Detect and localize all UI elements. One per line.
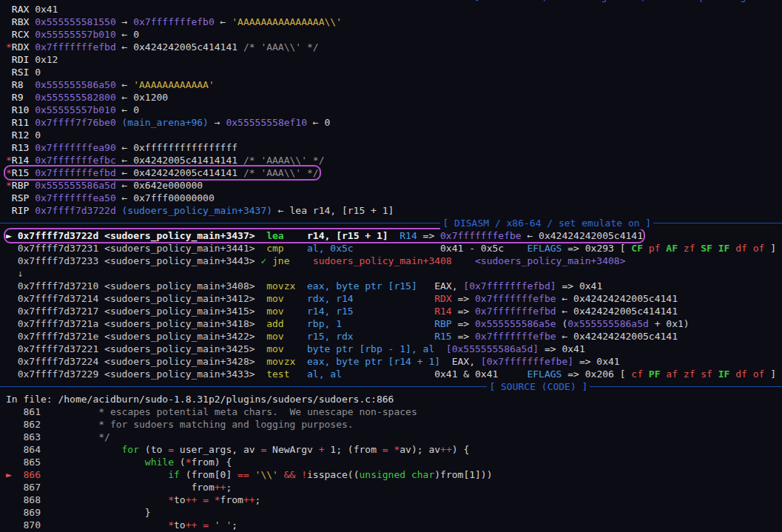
seg-kw: unsigned — [359, 469, 405, 480]
disasm-row: 0x7ffff7d37221 <sudoers_policy_main+3425… — [6, 343, 782, 355]
seg-plain: => — [452, 306, 475, 317]
seg-pfx — [6, 205, 12, 216]
source-row: 865 while (*from) { — [6, 456, 782, 468]
source-panel: 861 * escapes potential meta chars. We u… — [6, 405, 782, 531]
seg-plain — [209, 494, 215, 505]
disasm-row: 0x7ffff7d37233 <sudoers_policy_main+3443… — [6, 255, 782, 267]
disasm-row: ↓ — [6, 267, 782, 280]
seg-fset: IF — [718, 243, 730, 254]
seg-addr: 0x7fffffffefbd — [35, 167, 116, 178]
seg-plain: => 0x206 — [562, 368, 619, 380]
seg-plain — [6, 343, 18, 354]
seg-mn-cur: lea — [266, 230, 283, 241]
seg-funset: zf — [684, 368, 695, 380]
seg-addr: 0x7fffffffefbe — [475, 293, 556, 304]
register-row: R13 0x7fffffffea90 ← 0xffffffffffffffff — [6, 141, 782, 154]
seg-sym: (sudoers_policy_main+3437) — [122, 205, 273, 216]
seg-plain: ← — [116, 79, 133, 90]
seg-plain: to — [174, 494, 186, 505]
seg-plain — [747, 243, 753, 254]
seg-plain — [255, 356, 267, 367]
seg-plain — [41, 406, 98, 417]
seg-cur-addr: 0x7ffff7d3722d — [18, 230, 99, 241]
seg-plain: => — [452, 331, 475, 342]
seg-regname: RSP — [12, 192, 35, 203]
seg-plain — [747, 368, 753, 380]
seg-plain — [209, 519, 215, 531]
seg-plain — [6, 280, 18, 292]
seg-plain — [98, 255, 104, 266]
seg-plain — [98, 343, 104, 354]
seg-lineno: 865 — [18, 457, 41, 468]
seg-plain: ← — [215, 16, 232, 27]
seg-plain — [354, 306, 435, 317]
seg-cmt: /* 'AAAA\\' */ — [243, 155, 325, 166]
register-row: *R14 0x7fffffffefbc ← 0x4242005c41414141… — [6, 154, 782, 166]
seg-daddr: 0x7ffff7d37217 — [18, 306, 99, 317]
seg-regname: RCX — [12, 29, 35, 40]
seg-pfx — [6, 104, 12, 115]
seg-plain — [255, 318, 267, 329]
seg-plain — [6, 457, 18, 468]
seg-plain — [417, 280, 434, 292]
disasm-panel: ► 0x7ffff7d3722d <sudoers_policy_main+34… — [6, 229, 782, 380]
seg-op: ++ — [186, 519, 198, 531]
seg-plain — [255, 368, 267, 380]
seg-mn: cmp — [266, 243, 283, 254]
seg-regname: RDX — [12, 41, 35, 53]
seg-plain — [405, 469, 411, 480]
seg-plain: => — [417, 230, 440, 241]
seg-plain: ← 0x42424242005c4141 — [522, 230, 643, 241]
seg-kw: char — [411, 469, 434, 480]
seg-op: ++ — [186, 494, 198, 505]
seg-plain: ← 0x424242005c414141 — [116, 167, 243, 178]
seg-lineno: 868 — [18, 494, 41, 505]
seg-addr: 0x7fffffffefb0 — [133, 16, 215, 27]
seg-funset: df — [735, 368, 747, 380]
seg-plain — [98, 293, 104, 304]
seg-eflags: EFLAGS — [527, 243, 562, 254]
seg-plain — [6, 482, 18, 493]
seg-plain: 0x12 — [35, 54, 58, 65]
seg-ops: rdx, r14 — [307, 293, 354, 304]
seg-plain: NewArgv — [266, 444, 318, 455]
separator-line — [0, 223, 782, 223]
seg-plain — [6, 318, 18, 329]
seg-ops: byte ptr [rbp - 1], al — [307, 343, 434, 354]
register-row: R8 0x555555586a50 ← 'AAAAAAAAAAAA' — [6, 78, 782, 91]
seg-plain — [255, 331, 267, 342]
seg-plain — [255, 306, 267, 317]
seg-dsym: <sudoers_policy_main+3415> — [104, 306, 255, 317]
seg-ops: r14, r15 — [307, 306, 354, 317]
seg-plain — [290, 255, 313, 266]
seg-regname: RDI — [12, 54, 35, 65]
register-row: *RBP 0x555555586a5d ← 0x642e000000 — [6, 179, 782, 192]
seg-fset: IF — [718, 368, 730, 380]
register-row: RSI 0 — [6, 66, 782, 78]
seg-pfx — [6, 92, 12, 103]
seg-lit: '\\' — [255, 469, 278, 480]
seg-funset: zf — [684, 243, 695, 254]
register-row: R11 0x7ffff7f76be0 (main_arena+96) → 0x5… — [6, 116, 782, 129]
seg-plain — [678, 368, 684, 380]
seg-addr: 0x55555557b010 — [35, 104, 116, 115]
seg-addr: 0x555555586a50 — [35, 79, 116, 90]
seg-addr: 0x555555581550 — [35, 16, 116, 27]
seg-plain: ← 0 — [307, 117, 330, 128]
seg-plain: 0 — [35, 129, 41, 141]
seg-op: = — [203, 494, 209, 505]
register-row: RIP 0x7ffff7d3722d (sudoers_policy_main+… — [6, 204, 782, 217]
seg-plain — [6, 406, 18, 417]
seg-plain — [284, 243, 307, 254]
seg-pfx — [6, 4, 12, 15]
seg-daddr: 0x7ffff7d37214 — [18, 293, 99, 304]
seg-daddr: 0x7ffff7d37233 — [18, 255, 99, 266]
seg-op: ++ — [215, 482, 226, 493]
seg-marker-cur: ► — [6, 469, 18, 480]
seg-regname: RAX — [12, 4, 35, 15]
source-row: 864 for (to = user_args, av = NewArgv + … — [6, 443, 782, 456]
seg-dsym: <sudoers_policy_main+3441> — [104, 243, 255, 254]
seg-regname: R12 — [12, 129, 35, 141]
source-row: 870 *to++ = ' '; — [6, 519, 782, 531]
seg-dsym2: <sudoers_policy_main+3408> — [475, 255, 626, 266]
